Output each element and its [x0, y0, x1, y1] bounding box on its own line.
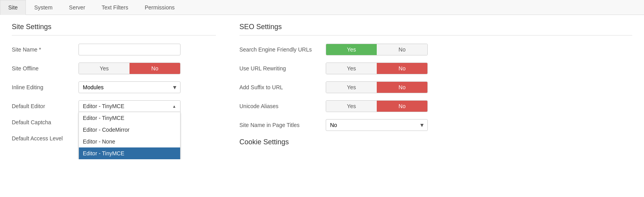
- default-editor-control: Editor - TinyMCE ▲ Editor - TinyMCE Edit…: [78, 100, 216, 112]
- unicode-aliases-yes-btn[interactable]: Yes: [326, 101, 377, 112]
- site-settings-title: Site Settings: [12, 23, 216, 36]
- sef-urls-toggle: Yes No: [326, 44, 428, 55]
- default-access-label: Default Access Level: [12, 135, 78, 142]
- unicode-aliases-control: Yes No: [326, 100, 428, 112]
- default-editor-trigger-text: Editor - TinyMCE: [83, 103, 124, 109]
- dropdown-item-tinymce-1[interactable]: Editor - TinyMCE: [79, 112, 180, 124]
- site-name-control: Joomla Test: [78, 44, 216, 55]
- default-editor-trigger[interactable]: Editor - TinyMCE ▲: [78, 100, 181, 112]
- add-suffix-control: Yes No: [326, 81, 428, 93]
- add-suffix-yes-btn[interactable]: Yes: [326, 82, 377, 93]
- tab-text-filters[interactable]: Text Filters: [93, 0, 137, 15]
- dropdown-item-none[interactable]: Editor - None: [79, 136, 180, 147]
- site-offline-row: Site Offline Yes No: [12, 63, 216, 74]
- site-offline-label: Site Offline: [12, 65, 78, 72]
- add-suffix-no-btn[interactable]: No: [377, 82, 427, 93]
- site-offline-no-btn[interactable]: No: [130, 63, 180, 74]
- url-rewriting-control: Yes No: [326, 63, 428, 74]
- inline-editing-select[interactable]: Modules: [78, 81, 181, 93]
- default-editor-label: Default Editor: [12, 103, 78, 109]
- unicode-aliases-label: Unicode Aliases: [239, 103, 326, 109]
- sef-urls-label: Search Engine Friendly URLs: [239, 46, 326, 53]
- inline-editing-select-wrapper: Modules ▼: [78, 81, 181, 93]
- unicode-aliases-toggle: Yes No: [326, 100, 428, 112]
- cookie-settings-title: Cookie Settings: [239, 138, 632, 146]
- sef-urls-control: Yes No: [326, 44, 428, 55]
- url-rewriting-label: Use URL Rewriting: [239, 65, 326, 72]
- site-name-row: Site Name * Joomla Test: [12, 44, 216, 55]
- default-editor-row: Default Editor Editor - TinyMCE ▲ Editor…: [12, 100, 216, 112]
- site-offline-control: Yes No: [78, 63, 216, 74]
- site-name-page-titles-label: Site Name in Page Titles: [239, 122, 326, 128]
- tab-bar: Site System Server Text Filters Permissi…: [0, 0, 644, 15]
- site-offline-yes-btn[interactable]: Yes: [79, 63, 130, 74]
- dropdown-item-tinymce-2[interactable]: Editor - TinyMCE: [79, 147, 180, 159]
- default-editor-dropdown-wrapper: Editor - TinyMCE ▲ Editor - TinyMCE Edit…: [78, 100, 181, 112]
- unicode-aliases-no-btn[interactable]: No: [377, 101, 427, 112]
- main-content: Site Settings Site Name * Joomla Test Si…: [0, 15, 644, 159]
- sef-urls-no-btn[interactable]: No: [377, 44, 427, 55]
- seo-settings-panel: SEO Settings Search Engine Friendly URLs…: [239, 23, 632, 151]
- add-suffix-label: Add Suffix to URL: [239, 84, 326, 90]
- inline-editing-row: Inline Editing Modules ▼: [12, 81, 216, 93]
- site-offline-toggle: Yes No: [78, 63, 181, 74]
- seo-settings-title: SEO Settings: [239, 23, 632, 36]
- add-suffix-toggle: Yes No: [326, 81, 428, 93]
- url-rewriting-no-btn[interactable]: No: [377, 63, 427, 74]
- site-name-page-titles-select[interactable]: No Before After: [326, 119, 428, 131]
- site-name-input[interactable]: Joomla Test: [78, 44, 181, 55]
- sef-urls-row: Search Engine Friendly URLs Yes No: [239, 44, 632, 55]
- site-name-page-titles-control: No Before After ▼: [326, 119, 428, 131]
- tab-permissions[interactable]: Permissions: [137, 0, 183, 15]
- site-name-label: Site Name *: [12, 46, 78, 53]
- sef-urls-yes-btn[interactable]: Yes: [326, 44, 377, 55]
- url-rewriting-row: Use URL Rewriting Yes No: [239, 63, 632, 74]
- site-name-page-titles-select-wrapper: No Before After ▼: [326, 119, 428, 131]
- default-editor-dropdown-list: Editor - TinyMCE Editor - CodeMirror Edi…: [78, 112, 181, 159]
- default-captcha-label: Default Captcha: [12, 119, 78, 125]
- dropdown-item-codemirror[interactable]: Editor - CodeMirror: [79, 124, 180, 136]
- unicode-aliases-row: Unicode Aliases Yes No: [239, 100, 632, 112]
- site-name-page-titles-row: Site Name in Page Titles No Before After…: [239, 119, 632, 131]
- site-settings-panel: Site Settings Site Name * Joomla Test Si…: [12, 23, 216, 151]
- url-rewriting-yes-btn[interactable]: Yes: [326, 63, 377, 74]
- inline-editing-control: Modules ▼: [78, 81, 216, 93]
- default-editor-up-arrow-icon: ▲: [172, 104, 176, 109]
- tab-site[interactable]: Site: [0, 0, 26, 15]
- tab-server[interactable]: Server: [61, 0, 93, 15]
- inline-editing-label: Inline Editing: [12, 84, 78, 90]
- add-suffix-row: Add Suffix to URL Yes No: [239, 81, 632, 93]
- tab-system[interactable]: System: [26, 0, 61, 15]
- url-rewriting-toggle: Yes No: [326, 63, 428, 74]
